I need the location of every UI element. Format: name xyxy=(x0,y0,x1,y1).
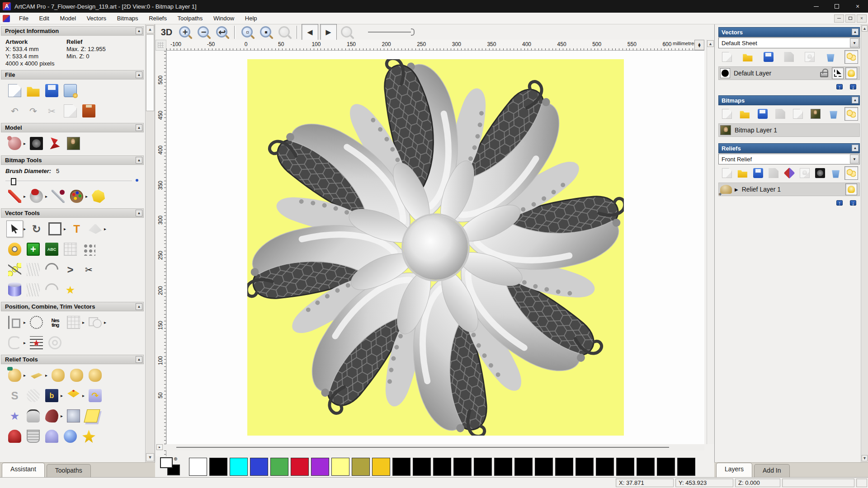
slider-handle[interactable] xyxy=(411,28,415,36)
tab-add-in[interactable]: Add In xyxy=(754,464,789,477)
toggle-all-bitmaps-icon[interactable] xyxy=(844,107,858,121)
flyout-arrow[interactable]: ▸ xyxy=(24,226,26,231)
flyout-arrow[interactable]: ▸ xyxy=(104,226,106,231)
texture-relief-icon[interactable] xyxy=(65,135,82,152)
Edit[interactable]: Edit xyxy=(35,13,54,23)
collapse-icon[interactable]: ▲ xyxy=(852,145,859,151)
dropdown-arrow-icon[interactable]: ▼ xyxy=(850,38,859,47)
colour-picker-icon[interactable] xyxy=(50,188,66,205)
edit-palette-icon[interactable]: ▸ xyxy=(68,188,88,205)
paste-icon[interactable] xyxy=(80,103,97,119)
child-restore-button[interactable] xyxy=(845,14,855,23)
drawing-viewport[interactable] xyxy=(166,51,704,444)
canvas-vscrollbar[interactable]: ▲ xyxy=(707,40,714,444)
texture-sphere-icon[interactable] xyxy=(62,428,79,445)
create-rectangle-icon[interactable]: ▸ xyxy=(47,221,66,237)
layer-visibility-icon[interactable] xyxy=(845,67,857,79)
new-relief-layer-icon[interactable] xyxy=(720,166,734,180)
palette-colour-swatch[interactable] xyxy=(514,458,533,476)
minimize-button[interactable] xyxy=(806,0,826,13)
create-polyline-icon[interactable] xyxy=(6,261,23,278)
envelope-distort-icon[interactable] xyxy=(62,241,79,258)
palette-colour-swatch[interactable] xyxy=(413,458,431,476)
Help[interactable]: Help xyxy=(241,13,262,23)
greyscale-from-relief-icon[interactable]: ▸ xyxy=(6,135,26,152)
delete-bitmap-layer-icon[interactable] xyxy=(827,107,840,121)
interactive-weave-icon[interactable] xyxy=(25,387,42,404)
combine-relief-icon[interactable] xyxy=(783,166,796,180)
copy-icon[interactable] xyxy=(62,103,79,119)
palette-colour-swatch[interactable] xyxy=(372,458,390,476)
new-model-icon[interactable] xyxy=(6,82,23,99)
import-bitmap-layer-icon[interactable] xyxy=(774,107,787,121)
collapse-icon[interactable]: ▲ xyxy=(136,210,142,216)
relief-dropdown[interactable]: Front Relief ▼ xyxy=(718,154,860,164)
layer-name[interactable]: Default Layer xyxy=(734,70,817,77)
offset-relief-icon[interactable]: ▸ xyxy=(65,387,85,404)
mirror-vectors-icon[interactable]: ▸ xyxy=(87,221,107,237)
brush-diameter-slider[interactable] xyxy=(5,178,138,184)
cut-icon[interactable]: ✂ xyxy=(43,103,60,119)
link-colours-icon[interactable]: ⊕ xyxy=(174,456,177,461)
copy-bitmap-layer-icon[interactable] xyxy=(809,107,822,121)
dome-relief-icon[interactable] xyxy=(43,428,60,445)
bitmap-to-vector-icon[interactable] xyxy=(90,188,107,205)
paste-along-curve-icon[interactable] xyxy=(80,241,97,258)
two-rail-sweep-icon[interactable] xyxy=(25,408,42,424)
collapse-icon[interactable]: ▲ xyxy=(136,157,142,164)
join-vectors-icon[interactable]: ▸ xyxy=(6,334,26,351)
texture-relief-tool-icon[interactable] xyxy=(65,408,82,424)
create-polygon-icon[interactable] xyxy=(25,241,42,258)
flood-fill-icon[interactable]: ▸ xyxy=(28,188,48,205)
collapse-icon[interactable]: ▲ xyxy=(136,356,142,363)
scroll-down-icon[interactable]: ▼ xyxy=(862,455,868,461)
delete-vector-layer-icon[interactable] xyxy=(824,50,837,64)
canvas-hscrollbar[interactable]: ▸ xyxy=(156,444,704,450)
ruler-units-button[interactable]: ▲▼ xyxy=(694,40,704,50)
collapse-icon[interactable]: ▲ xyxy=(852,28,859,35)
save-vector-layer-icon[interactable] xyxy=(762,50,775,64)
close-button[interactable]: × xyxy=(847,0,868,13)
slider-thumb[interactable] xyxy=(11,178,16,185)
vector-layer-row[interactable]: Default Layer xyxy=(718,66,860,80)
flyout-arrow[interactable]: ▸ xyxy=(61,393,63,398)
File[interactable]: File xyxy=(14,13,33,23)
move-relief-up-icon[interactable]: ↑ xyxy=(835,198,844,207)
unwrap-vectors-icon[interactable] xyxy=(47,334,63,351)
open-vector-layer-icon[interactable] xyxy=(741,50,755,64)
scroll-up-icon[interactable]: ▲ xyxy=(707,40,714,47)
lock-layer-icon[interactable] xyxy=(818,67,830,79)
flyout-arrow[interactable]: ▸ xyxy=(104,320,106,325)
palette-colour-swatch[interactable] xyxy=(677,458,695,476)
palette-colour-swatch[interactable] xyxy=(494,458,512,476)
palette-colour-swatch[interactable] xyxy=(331,458,349,476)
scroll-right-icon[interactable]: ▸ xyxy=(156,444,163,450)
move-relief-down-icon[interactable]: ↓ xyxy=(848,198,858,207)
blank-bitmap-layer-icon[interactable] xyxy=(791,107,805,121)
palette-colour-swatch[interactable] xyxy=(555,458,573,476)
palette-colour-swatch[interactable] xyxy=(576,458,594,476)
zoom-in-icon[interactable]: + xyxy=(177,24,193,41)
ruler-origin-icon[interactable] xyxy=(156,40,166,51)
palette-colour-swatch[interactable] xyxy=(250,458,268,476)
flyout-arrow[interactable]: ▸ xyxy=(45,194,47,199)
save-bitmap-layer-icon[interactable] xyxy=(756,107,769,121)
weld-vectors-icon[interactable]: ▸ xyxy=(87,314,107,331)
palette-colour-swatch[interactable] xyxy=(270,458,288,476)
relief-visibility-icon[interactable] xyxy=(845,183,857,195)
create-plane-icon[interactable]: ▸ xyxy=(28,367,48,384)
transform-vectors-icon[interactable]: ↻ xyxy=(28,221,45,237)
Window[interactable]: Window xyxy=(209,13,239,23)
import-relief-layer-icon[interactable] xyxy=(767,166,780,180)
open-bitmap-layer-icon[interactable] xyxy=(738,107,751,121)
weave-wizard-icon[interactable] xyxy=(25,428,42,445)
collapse-icon[interactable]: ▲ xyxy=(136,303,142,310)
lighting-icon[interactable] xyxy=(47,135,63,152)
flyout-arrow[interactable]: ▸ xyxy=(64,226,66,231)
child-close-button[interactable]: × xyxy=(857,14,867,23)
create-star-icon[interactable]: ★ xyxy=(62,282,79,298)
layer-name[interactable]: Relief Layer 1 xyxy=(742,186,844,193)
flyout-arrow[interactable]: ▸ xyxy=(61,413,63,418)
palette-colour-swatch[interactable] xyxy=(637,458,655,476)
zoom-out-icon[interactable]: − xyxy=(195,24,212,41)
